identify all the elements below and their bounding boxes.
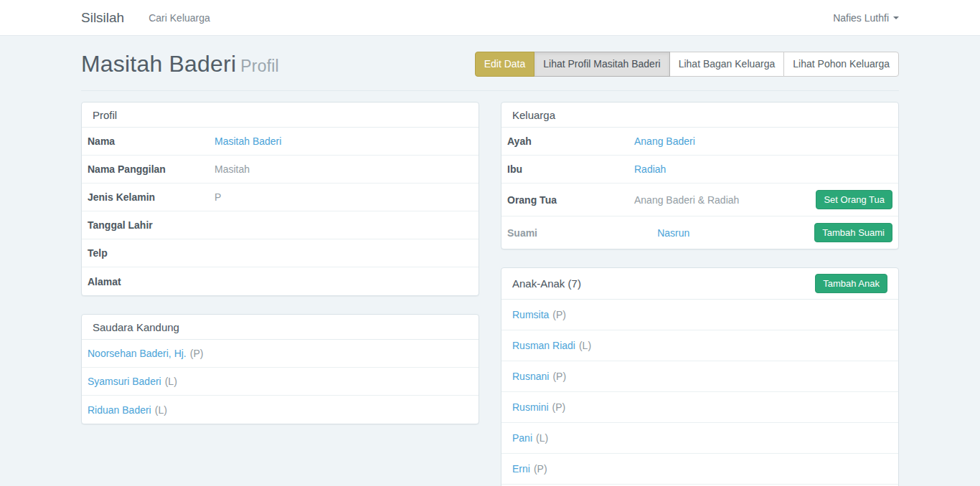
person-link[interactable]: Anang Baderi [634,135,695,147]
person-link[interactable]: Rusmini [512,401,549,413]
navbar-brand[interactable]: Silsilah [81,10,124,26]
row-label: Telp [88,247,215,259]
person-link[interactable]: Pani [512,432,532,444]
person-link[interactable]: Erni [512,463,530,475]
set-orang-tua-button[interactable]: Set Orang Tua [816,190,892,209]
view-profile-button[interactable]: Lihat Profil Masitah Baderi [534,52,669,77]
person-link[interactable]: Masitah Baderi [215,135,281,147]
list-item: Rusman Riadi (L) [501,330,898,361]
person-gender: (P) [190,348,204,359]
panel-saudara-kandung: Saudara Kandung Noorsehan Baderi, Hj. (P… [81,314,479,424]
panel-keluarga: Keluarga Ayah Anang Baderi Ibu Radiah Or… [501,102,899,249]
person-gender: (P) [534,463,547,475]
person-link[interactable]: Syamsuri Baderi [88,376,161,387]
panel-profil-title: Profil [93,109,117,121]
left-column: Profil Nama Masitah Baderi Nama Panggila… [81,102,479,486]
page-title: Masitah BaderiProfil [81,51,279,77]
table-row: Alamat [82,267,479,295]
list-item: Syamsuri Baderi (L) [82,368,479,396]
row-label: Ibu [507,163,634,175]
table-row: Telp [82,239,479,267]
user-menu-label: Nafies Luthfi [833,12,889,24]
navbar: Silsilah Cari Keluarga Nafies Luthfi [0,0,980,36]
row-value: P [215,191,473,203]
person-gender: (L) [165,376,177,387]
table-row: Orang Tua Anang Baderi & Radiah Set Oran… [501,184,898,216]
panel-keluarga-title: Keluarga [512,109,555,121]
table-row: Ibu Radiah [501,156,898,184]
table-row: Suami Nasrun Tambah Suami [501,216,898,249]
panel-anak-title: Anak-Anak (7) [512,277,581,290]
row-label: Suami [507,227,657,239]
row-value: Masitah [215,163,473,175]
person-gender: (P) [552,309,566,320]
tambah-suami-button[interactable]: Tambah Suami [814,223,892,242]
row-label: Alamat [88,276,215,287]
row-label: Orang Tua [507,194,634,206]
table-row: Ayah Anang Baderi [501,128,898,156]
list-item: Rusnani (P) [501,361,898,392]
row-label: Tanggal Lahir [88,219,215,231]
person-link[interactable]: Nasrun [657,227,689,239]
panel-keluarga-heading: Keluarga [501,103,898,128]
person-gender: (L) [155,404,167,416]
person-link[interactable]: Rusnani [512,371,549,382]
panel-anak-heading: Anak-Anak (7) Tambah Anak [501,268,898,300]
list-item: Riduan Baderi (L) [82,396,479,424]
view-toolbar: Edit Data Lihat Profil Masitah Baderi Li… [475,52,899,77]
person-link[interactable]: Rumsita [512,309,549,320]
view-pohon-button[interactable]: Lihat Pohon Keluarga [783,52,899,77]
user-menu[interactable]: Nafies Luthfi [833,12,899,24]
person-gender: (P) [552,401,566,413]
page-subtitle: Profil [240,57,279,75]
caret-down-icon [893,16,899,19]
row-label: Nama [88,135,215,147]
person-gender: (L) [536,432,548,444]
panel-saudara-heading: Saudara Kandung [82,315,479,340]
list-item: Pani (L) [501,423,898,454]
right-column: Keluarga Ayah Anang Baderi Ibu Radiah Or… [501,102,899,486]
list-item: Noorsehan Baderi, Hj. (P) [82,340,479,368]
person-link[interactable]: Rusman Riadi [512,340,575,351]
tambah-anak-button[interactable]: Tambah Anak [815,274,887,293]
row-label: Nama Panggilan [88,163,215,175]
list-item: Rusmini (P) [501,392,898,423]
nav-item-cari-keluarga[interactable]: Cari Keluarga [149,12,210,24]
row-label: Ayah [507,135,634,147]
table-row: Nama Panggilan Masitah [82,156,479,184]
content: Profil Nama Masitah Baderi Nama Panggila… [81,102,899,486]
person-name-title: Masitah Baderi [81,51,236,77]
page-header: Masitah BaderiProfil Edit Data Lihat Pro… [81,51,899,91]
row-value: Anang Baderi & Radiah [634,194,809,206]
person-link[interactable]: Noorsehan Baderi, Hj. [88,348,187,359]
person-link[interactable]: Radiah [634,163,666,175]
table-row: Jenis Kelamin P [82,184,479,211]
list-item: Rumsita (P) [501,300,898,330]
panel-profil-heading: Profil [82,103,479,128]
row-label: Jenis Kelamin [88,191,215,203]
person-link[interactable]: Riduan Baderi [88,404,151,416]
edit-data-button[interactable]: Edit Data [475,52,535,77]
table-row: Nama Masitah Baderi [82,128,479,156]
panel-profil: Profil Nama Masitah Baderi Nama Panggila… [81,102,479,296]
list-item: Erni (P) [501,454,898,485]
person-gender: (L) [579,340,591,351]
panel-anak-anak: Anak-Anak (7) Tambah Anak Rumsita (P) Ru… [501,267,899,486]
person-gender: (P) [552,371,566,382]
table-row: Tanggal Lahir [82,211,479,239]
panel-saudara-title: Saudara Kandung [93,321,179,333]
view-bagan-button[interactable]: Lihat Bagan Keluarga [669,52,785,77]
